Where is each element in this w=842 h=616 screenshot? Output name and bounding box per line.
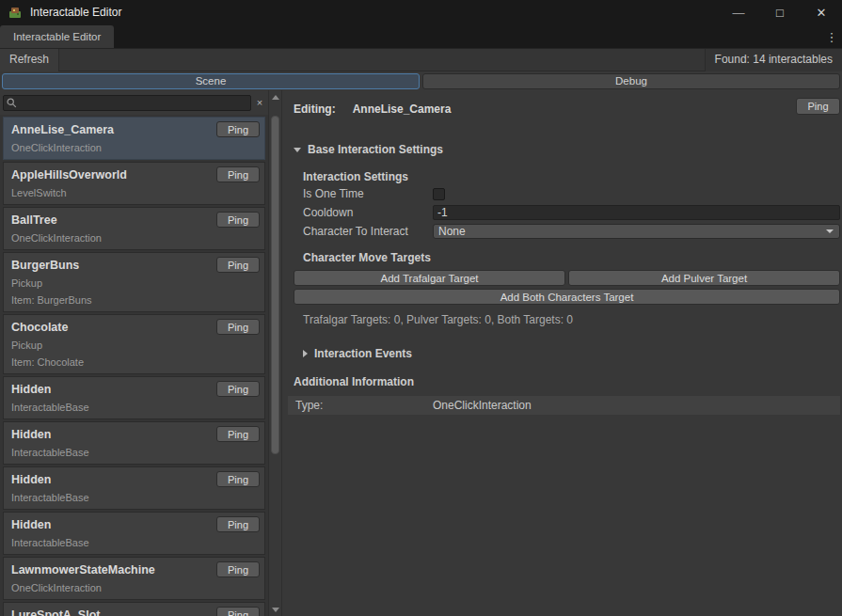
list-item[interactable]: Chocolate Pickup Item: Chocolate Ping: [3, 314, 265, 374]
toolbar: Refresh Found: 14 interactables: [0, 49, 842, 71]
ping-button[interactable]: Ping: [216, 471, 260, 487]
tab-label: Interactable Editor: [13, 31, 101, 42]
interaction-settings-section: Interaction Settings Is One Time Cooldow…: [303, 169, 840, 265]
inspector-header: Editing: AnneLise_Camera Ping: [294, 98, 840, 120]
maximize-button[interactable]: □: [759, 0, 801, 24]
ping-button[interactable]: Ping: [216, 166, 260, 182]
targets-summary: Trafalgar Targets: 0, Pulver Targets: 0,…: [303, 313, 840, 326]
ping-button[interactable]: Ping: [216, 212, 260, 228]
ping-button[interactable]: Ping: [216, 319, 260, 335]
item-type: Pickup: [11, 277, 257, 290]
content: × AnneLise_Camera OneClickInteraction Pi…: [0, 90, 842, 616]
scroll-down-icon: [272, 608, 279, 612]
window-title: Interactable Editor: [30, 6, 121, 19]
item-type: InteractableBase: [11, 537, 257, 549]
list-item[interactable]: BallTree OneClickInteraction Ping: [3, 207, 265, 250]
item-type: LevelSwitch: [11, 187, 257, 199]
item-type: OneClickInteraction: [11, 582, 257, 594]
type-row: Type: OneClickInteraction: [288, 396, 840, 415]
foldout-label: Base Interaction Settings: [308, 143, 443, 156]
cooldown-row: Cooldown: [303, 203, 840, 222]
list-item[interactable]: AppleHillsOverworld LevelSwitch Ping: [3, 162, 265, 205]
interaction-settings-header: Interaction Settings: [303, 169, 840, 184]
cooldown-input[interactable]: [433, 205, 840, 220]
add-both-targets-button[interactable]: Add Both Characters Target: [294, 289, 840, 305]
view-tabs: Scene Debug: [0, 71, 842, 90]
character-to-interact-row: Character To Interact None: [303, 222, 840, 241]
editing-label: Editing:: [294, 103, 336, 116]
list-item[interactable]: LureSpotA_Slot Ping: [3, 602, 265, 616]
list-item[interactable]: Hidden InteractableBase Ping: [3, 466, 265, 510]
item-type: OneClickInteraction: [11, 142, 257, 154]
ping-button[interactable]: Ping: [216, 257, 260, 273]
scrollbar-thumb[interactable]: [271, 116, 279, 454]
item-type: InteractableBase: [11, 492, 257, 504]
inspector-panel: Editing: AnneLise_Camera Ping Base Inter…: [282, 90, 842, 616]
item-type: InteractableBase: [11, 402, 257, 414]
close-button[interactable]: ✕: [801, 0, 842, 24]
foldout-interaction-events[interactable]: Interaction Events: [303, 347, 840, 360]
editor-tabstrip: Interactable Editor ⋮: [0, 24, 842, 49]
move-targets-header: Character Move Targets: [303, 250, 840, 265]
list-item[interactable]: Hidden InteractableBase Ping: [3, 512, 265, 555]
list-item[interactable]: LawnmowerStateMachine OneClickInteractio…: [3, 557, 265, 600]
window-controls: — □ ✕: [718, 0, 842, 24]
sidebar: × AnneLise_Camera OneClickInteraction Pi…: [0, 90, 282, 616]
scroll-up-button[interactable]: [269, 91, 281, 103]
foldout-base-interaction-settings[interactable]: Base Interaction Settings: [294, 143, 840, 156]
search-row: ×: [0, 90, 281, 115]
ping-button[interactable]: Ping: [216, 561, 260, 577]
ping-button[interactable]: Ping: [216, 516, 260, 532]
list-item[interactable]: Hidden InteractableBase Ping: [3, 376, 265, 419]
editing-value: AnneLise_Camera: [353, 103, 452, 116]
dropdown-value: None: [438, 225, 466, 238]
vertical-scrollbar[interactable]: [268, 90, 281, 616]
cooldown-label: Cooldown: [303, 206, 433, 219]
chevron-down-icon: [294, 148, 301, 152]
is-one-time-label: Is One Time: [303, 187, 433, 200]
dropdown-arrow-icon: [826, 229, 834, 233]
scroll-down-button[interactable]: [269, 604, 281, 615]
type-label: Type:: [295, 399, 433, 412]
additional-information-header: Additional Information: [294, 375, 840, 388]
list-item[interactable]: BurgerBuns Pickup Item: BurgerBuns Ping: [3, 252, 265, 312]
item-detail: Item: Chocolate: [11, 356, 257, 369]
add-pulver-target-button[interactable]: Add Pulver Target: [568, 270, 840, 286]
search-clear-button[interactable]: ×: [253, 97, 266, 108]
item-type: Pickup: [11, 340, 257, 352]
is-one-time-row: Is One Time: [303, 184, 840, 203]
tab-interactable-editor[interactable]: Interactable Editor: [0, 25, 114, 48]
chevron-right-icon: [303, 350, 308, 357]
list-item[interactable]: AnneLise_Camera OneClickInteraction Ping: [3, 117, 265, 160]
list-item[interactable]: Hidden InteractableBase Ping: [3, 421, 265, 465]
search-input[interactable]: [3, 95, 251, 111]
item-detail: Item: BurgerBuns: [11, 294, 257, 307]
window-titlebar: Interactable Editor — □ ✕: [0, 0, 842, 24]
move-target-buttons: Add Trafalgar Target Add Pulver Target: [294, 270, 840, 286]
tab-debug[interactable]: Debug: [422, 73, 840, 89]
ping-button[interactable]: Ping: [796, 98, 840, 115]
item-type: OneClickInteraction: [11, 232, 257, 245]
tab-scene[interactable]: Scene: [2, 73, 420, 89]
character-to-interact-label: Character To Interact: [303, 225, 433, 238]
interactable-list: AnneLise_Camera OneClickInteraction Ping…: [3, 117, 265, 616]
character-to-interact-dropdown[interactable]: None: [433, 224, 840, 239]
item-type: InteractableBase: [11, 447, 257, 459]
search-icon: [7, 98, 17, 108]
refresh-button[interactable]: Refresh: [0, 49, 59, 71]
ping-button[interactable]: Ping: [216, 121, 260, 137]
is-one-time-checkbox[interactable]: [433, 188, 445, 200]
foldout-label: Interaction Events: [314, 347, 412, 360]
ping-button[interactable]: Ping: [216, 426, 260, 442]
minimize-button[interactable]: —: [718, 0, 759, 24]
ping-button[interactable]: Ping: [216, 607, 260, 616]
found-count: Found: 14 interactables: [705, 49, 842, 71]
app-icon: [8, 5, 23, 20]
ping-button[interactable]: Ping: [216, 381, 260, 397]
kebab-menu-icon[interactable]: ⋮: [823, 24, 840, 49]
scroll-up-icon: [272, 95, 279, 100]
add-trafalgar-target-button[interactable]: Add Trafalgar Target: [294, 270, 565, 286]
type-value: OneClickInteraction: [433, 399, 532, 412]
